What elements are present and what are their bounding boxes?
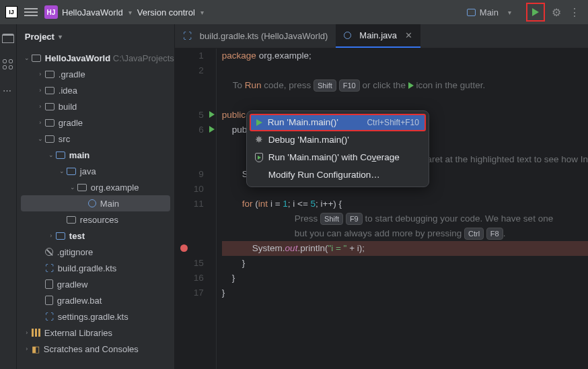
tree-item-build-gradle-kts[interactable]: ⛶build.gradle.kts [17, 260, 174, 276]
tree-item-test[interactable]: ›test [17, 228, 174, 244]
line-number[interactable]: 16 [175, 271, 204, 286]
line-number[interactable] [175, 241, 204, 256]
tree-item-gradlew[interactable]: gradlew [17, 276, 174, 292]
menu-run[interactable]: Run 'Main.main()' Ctrl+Shift+F10 [250, 114, 426, 131]
tree-item-settings-gradle-kts[interactable]: ⛶settings.gradle.kts [17, 308, 174, 325]
tree-item--gradle[interactable]: ›.gradle [17, 66, 174, 82]
project-badge: HJ [44, 5, 58, 19]
gutter-play-icon[interactable] [209, 111, 215, 118]
project-tool-title: Project [25, 32, 54, 42]
line-number[interactable] [175, 78, 204, 93]
run-config-selector[interactable]: Main ▾ [462, 5, 522, 20]
line-number[interactable] [175, 93, 204, 108]
more-button[interactable]: ⋮ [569, 6, 580, 19]
menu-coverage[interactable]: Run 'Main.main()' with Coverage [250, 149, 426, 166]
tree-item-java[interactable]: ⌄java [17, 163, 174, 179]
menu-modify[interactable]: Modify Run Configuration… [250, 166, 426, 184]
line-number[interactable]: 11 [175, 197, 204, 211]
chevron-down-icon: ▾ [128, 9, 132, 16]
pkg-name: org.example [259, 51, 309, 61]
run-button[interactable] [526, 3, 545, 22]
tree-item-resources[interactable]: resources [17, 211, 174, 228]
tree-item--gitignore[interactable]: .gitignore [17, 244, 174, 260]
tree-item-main[interactable]: ⌄main [17, 147, 174, 163]
run-config-icon [467, 9, 476, 16]
project-tool-header[interactable]: Project ▾ [17, 24, 174, 48]
tree-item-build[interactable]: ›build [17, 98, 174, 114]
main-menu-button[interactable] [24, 5, 38, 19]
line-number[interactable]: 9 [175, 167, 204, 182]
play-icon [256, 119, 262, 126]
tree-item-gradle[interactable]: ›gradle [17, 114, 174, 131]
line-number[interactable] [175, 211, 204, 226]
line-number[interactable]: 6 [175, 123, 204, 137]
gutter-context-menu: Run 'Main.main()' Ctrl+Shift+F10 ✸ Debug… [246, 110, 429, 187]
line-number[interactable]: 2 [175, 63, 204, 78]
tree-item--idea[interactable]: ›.idea [17, 82, 174, 98]
tree-root[interactable]: ⌄HelloJavaWorld C:\JavaProjects [17, 50, 174, 66]
line-number[interactable] [175, 137, 204, 152]
tree-item-gradlew-bat[interactable]: gradlew.bat [17, 292, 174, 308]
bug-icon: ✸ [255, 133, 263, 147]
gutter-play-icon[interactable] [209, 126, 215, 133]
coverage-icon [255, 153, 263, 162]
shortcut: Ctrl+Shift+F10 [367, 115, 418, 130]
tree-item-src[interactable]: ⌄src [17, 131, 174, 147]
tree-item-org-example[interactable]: ⌄org.example [17, 179, 174, 195]
vcs-menu[interactable]: Version control [137, 7, 195, 18]
line-number[interactable]: 5 [175, 108, 204, 123]
line-number[interactable]: 10 [175, 182, 204, 197]
run-config-name: Main [480, 7, 499, 18]
line-number[interactable]: 1 [175, 48, 204, 63]
tree-ext_libs[interactable]: ›External Libraries [17, 325, 174, 341]
play-icon [408, 82, 414, 89]
project-name[interactable]: HelloJavaWorld [62, 7, 123, 18]
breakpoint-icon[interactable] [180, 244, 188, 252]
kw-package: package [222, 51, 256, 61]
menu-debug[interactable]: ✸ Debug 'Main.main()' [250, 131, 426, 149]
tree-item-Main[interactable]: Main [21, 195, 170, 211]
tab-build.gradle.kts[interactable]: ⛶build.gradle.kts (HelloJavaWorld) [175, 24, 336, 48]
more-tools-icon[interactable]: ⋯ [3, 86, 13, 96]
debug-button[interactable]: ⚙ [552, 6, 561, 19]
line-number[interactable] [175, 152, 204, 167]
tree-scratches[interactable]: ›◧Scratches and Consoles [17, 341, 174, 357]
line-number[interactable]: 15 [175, 256, 204, 271]
line-number[interactable] [175, 226, 204, 241]
chevron-down-icon: ▾ [59, 33, 62, 40]
line-number[interactable]: 17 [175, 286, 204, 300]
ide-logo: IJ [5, 6, 17, 18]
chevron-down-icon: ▾ [200, 9, 204, 16]
close-icon[interactable]: ✕ [405, 30, 412, 40]
project-tool-icon[interactable] [2, 34, 14, 43]
play-icon [532, 8, 539, 16]
tab-Main.java[interactable]: Main.java✕ [336, 24, 420, 48]
chevron-down-icon: ▾ [508, 9, 511, 16]
structure-tool-icon[interactable] [3, 59, 13, 69]
